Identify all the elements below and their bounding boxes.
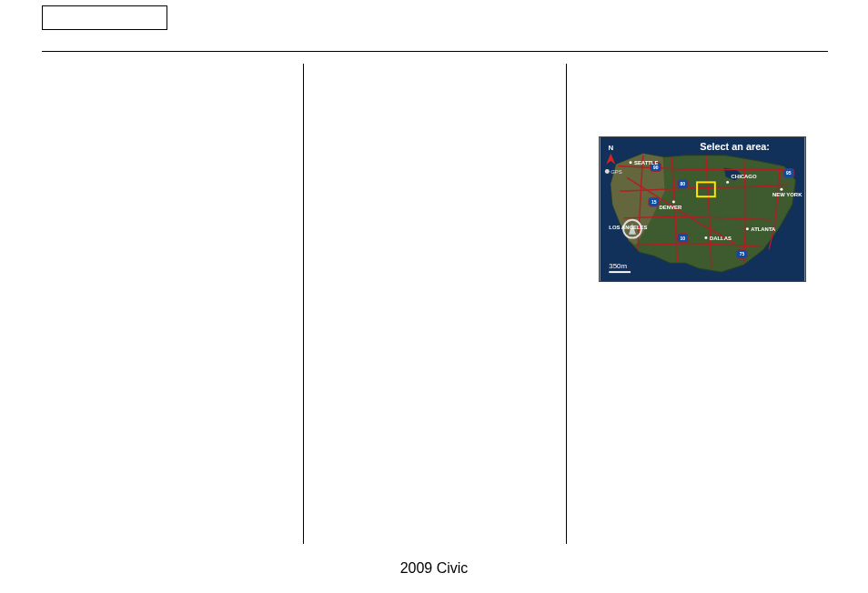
svg-point-15 [704,236,707,239]
city-dallas: DALLAS [710,236,732,241]
shield-15: 15 [651,200,657,205]
city-chicago: CHICAGO [732,174,757,179]
map-title: Select an area: [700,141,770,152]
shield-10: 10 [681,236,686,241]
top-framed-box [42,5,167,30]
svg-point-14 [726,181,729,184]
gps-indicator: GPS [605,169,622,175]
city-new-york: NEW YORK [772,192,802,197]
shield-80: 80 [681,182,686,186]
city-denver: DENVER [660,205,682,210]
city-seattle: SEATTLE [634,160,659,166]
svg-point-16 [746,227,749,230]
city-atlanta: ATLANTA [751,226,776,232]
scale-label: 350m [609,262,627,270]
svg-text:GPS: GPS [611,169,622,175]
svg-point-13 [672,201,675,204]
column-middle [304,64,565,544]
svg-point-10 [605,169,610,174]
select-area-map: 90 80 15 10 75 95 N GPS Select an area: … [599,136,806,282]
shield-90: 90 [653,166,659,170]
footer-text: 2009 Civic [400,560,469,576]
city-los-angeles: LOS ANGELES [609,225,647,230]
page-footer: 2009 Civic [0,560,868,577]
svg-point-12 [630,161,632,164]
usa-map-svg: 90 80 15 10 75 95 N GPS Select an area: … [599,136,806,282]
svg-text:N: N [608,144,613,152]
header-divider [42,51,828,52]
column-left [42,64,303,544]
svg-point-17 [780,188,782,191]
shield-95: 95 [786,171,792,176]
shield-75: 75 [740,252,745,256]
